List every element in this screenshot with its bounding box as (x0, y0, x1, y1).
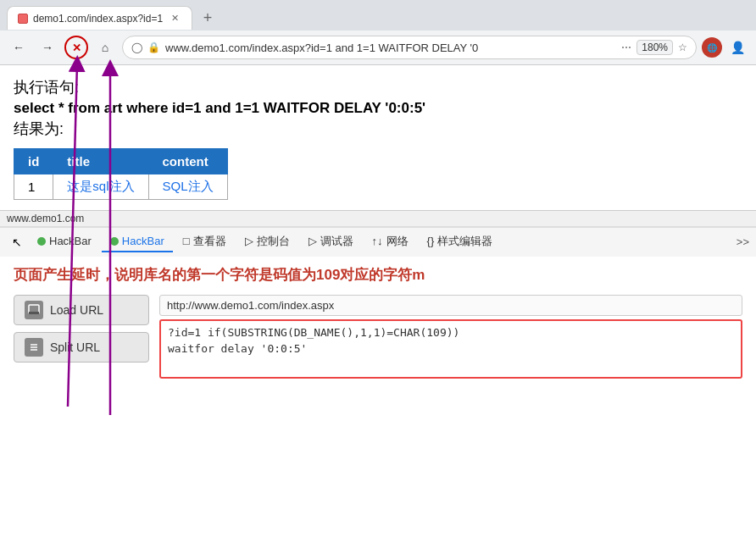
browser-wrapper: demo1.com/index.aspx?id=1 ✕ + ← → ✕ ⌂ ◯ … (0, 0, 756, 387)
network-icon: ↑↓ (372, 235, 383, 247)
hackbar1-dot (37, 237, 46, 246)
hackbar-buttons: Load URL Split URL (14, 295, 149, 363)
page-content: 执行语句: select * from art where id=1 and 1… (0, 65, 756, 210)
status-url: www.demo1.com (7, 213, 84, 224)
home-button[interactable]: ⌂ (93, 36, 117, 59)
browser-tab[interactable]: demo1.com/index.aspx?id=1 ✕ (7, 6, 192, 30)
hackbar-controls: Load URL Split URL (14, 295, 742, 379)
devtools-tab-style-editor[interactable]: {} 样式编辑器 (419, 230, 502, 254)
devtools-tab-inspector[interactable]: □ 查看器 (175, 230, 235, 254)
col-title: title (53, 148, 148, 174)
hackbar-inputs (159, 295, 742, 379)
hackbar-url-field[interactable] (159, 295, 742, 316)
nav-bar: ← → ✕ ⌂ ◯ 🔒 www.demo1.com/index.aspx?id=… (0, 30, 756, 64)
network-label: 网络 (386, 234, 409, 249)
col-content: content (148, 148, 227, 174)
globe-icon: 🌐 (702, 37, 722, 58)
inspector-icon: □ (183, 235, 190, 247)
table-row: 1 这是sql注入 SQL注入 (14, 174, 228, 199)
address-text: www.demo1.com/index.aspx?id=1 and 1=1 WA… (165, 42, 616, 54)
split-url-label: Split URL (50, 340, 100, 354)
hackbar-query-field[interactable] (159, 319, 742, 379)
inspector-label: 查看器 (193, 234, 226, 249)
profile-button[interactable]: 👤 (725, 36, 749, 59)
console-label: 控制台 (257, 234, 290, 249)
split-url-icon (25, 338, 43, 357)
style-editor-icon: {} (427, 235, 435, 247)
load-url-button[interactable]: Load URL (14, 295, 149, 325)
col-id: id (14, 148, 53, 174)
devtools-more-button[interactable]: >> (737, 235, 749, 248)
sql-result-table: id title content 1 这是sql注入 SQL注入 (14, 148, 228, 200)
back-button[interactable]: ← (7, 36, 31, 59)
hackbar2-label: HackBar (122, 235, 164, 247)
hackbar2-dot (110, 237, 119, 246)
cell-content: SQL注入 (148, 174, 227, 199)
sql-statement: select * from art where id=1 and 1=1 WAI… (14, 100, 742, 117)
devtools-inspect-icon[interactable]: ↖ (7, 232, 27, 252)
hackbar-area: 页面产生延时，说明库名的第一个字符是码值为109对应的字符m Load URL (0, 257, 756, 388)
devtools-bar: ↖ HackBar HackBar □ 查看器 ▷ 控制台 ▷ 调试器 ↑↓ 网… (0, 226, 756, 257)
cell-title: 这是sql注入 (53, 174, 148, 199)
sql-label: 执行语句: (14, 75, 742, 100)
hackbar-notice: 页面产生延时，说明库名的第一个字符是码值为109对应的字符m (14, 265, 742, 285)
devtools-tab-console[interactable]: ▷ 控制台 (236, 230, 298, 254)
stop-button[interactable]: ✕ (64, 36, 88, 59)
svg-rect-1 (29, 312, 39, 314)
tab-bar: demo1.com/index.aspx?id=1 ✕ + (0, 0, 756, 30)
new-tab-button[interactable]: + (196, 6, 220, 30)
address-bar[interactable]: ◯ 🔒 www.demo1.com/index.aspx?id=1 and 1=… (122, 36, 697, 59)
devtools-tab-network[interactable]: ↑↓ 网络 (364, 230, 417, 254)
browser-chrome: demo1.com/index.aspx?id=1 ✕ + ← → ✕ ⌂ ◯ … (0, 0, 756, 65)
devtools-tab-hackbar2[interactable]: HackBar (102, 231, 173, 252)
split-url-button[interactable]: Split URL (14, 332, 149, 363)
devtools-tab-hackbar1[interactable]: HackBar (29, 231, 100, 252)
tab-favicon (18, 14, 28, 24)
hackbar1-label: HackBar (49, 235, 92, 247)
style-editor-label: 样式编辑器 (437, 234, 492, 249)
devtools-tab-debugger[interactable]: ▷ 调试器 (300, 230, 362, 254)
debugger-label: 调试器 (320, 234, 353, 249)
tab-close-button[interactable]: ✕ (168, 12, 181, 25)
status-bar: www.demo1.com (0, 210, 756, 226)
cell-id: 1 (14, 174, 53, 199)
debugger-icon: ▷ (309, 235, 317, 247)
forward-button[interactable]: → (36, 36, 59, 59)
result-label: 结果为: (14, 117, 742, 141)
console-icon: ▷ (245, 235, 253, 247)
zoom-level: 180% (636, 40, 673, 55)
load-url-label: Load URL (50, 303, 103, 317)
tab-title: demo1.com/index.aspx?id=1 (33, 13, 163, 25)
nav-right: 🌐 👤 (702, 36, 749, 59)
load-url-icon (25, 301, 43, 319)
